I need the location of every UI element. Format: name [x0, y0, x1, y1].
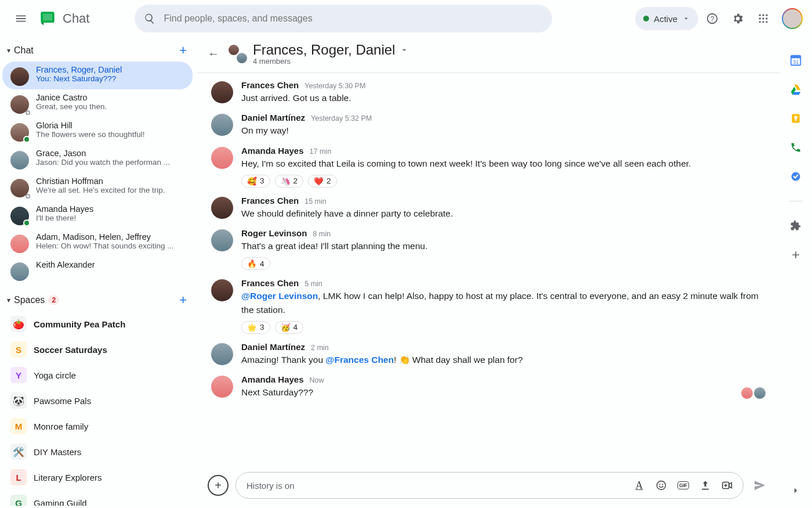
compose-row: + History is on A GIF	[197, 467, 780, 508]
dm-item[interactable]: Amanda HayesI'll be there!	[2, 201, 193, 229]
mention[interactable]: @Roger Levinson	[241, 291, 318, 301]
voice-app-button[interactable]	[789, 140, 803, 154]
reaction-chip[interactable]: 🌟3	[241, 321, 270, 334]
reactions: 🥰3🦄2❤️2	[241, 175, 766, 188]
message-sender: Amanda Hayes	[241, 374, 304, 384]
message-time: 5 min	[304, 280, 322, 288]
chevron-down-icon	[682, 15, 690, 23]
space-item[interactable]: MMonroe family	[2, 413, 193, 439]
conversation-avatar	[227, 44, 248, 64]
reaction-chip[interactable]: ❤️2	[308, 175, 337, 188]
gif-button[interactable]: GIF	[673, 475, 693, 495]
svg-point-5	[762, 15, 764, 16]
addons-button[interactable]	[789, 219, 803, 233]
new-space-button[interactable]: +	[179, 293, 187, 308]
send-button[interactable]	[753, 478, 767, 492]
dm-item[interactable]: Janice CastroGreat, see you then.	[2, 89, 193, 117]
collapse-panel-button[interactable]	[789, 484, 803, 498]
search-icon	[144, 13, 155, 24]
space-item[interactable]: LLiterary Explorers	[2, 464, 193, 490]
dm-preview: You: Next Saturday???	[36, 74, 187, 83]
reaction-emoji: 🥳	[281, 323, 291, 332]
dm-avatar	[10, 123, 29, 142]
presence-indicator	[26, 194, 30, 199]
dm-item[interactable]: Adam, Madison, Helen, JeffreyHelen: Oh w…	[2, 229, 193, 257]
message: Daniel Martínez2 minAmazing! Thank you @…	[211, 337, 766, 370]
space-item[interactable]: 🛠️DIY Masters	[2, 439, 193, 464]
status-selector[interactable]: Active	[635, 7, 698, 30]
space-icon: G	[10, 495, 27, 506]
calendar-app-button[interactable]: 31	[789, 53, 803, 67]
dm-item[interactable]: Grace, JasonJason: Did you watch the per…	[2, 145, 193, 173]
conversation-title[interactable]: Frances, Roger, Daniel	[253, 42, 395, 58]
dm-name: Janice Castro	[36, 93, 187, 102]
mention[interactable]: @Frances Chen	[325, 355, 394, 365]
dm-avatar	[10, 207, 29, 225]
reaction-count: 3	[260, 176, 264, 185]
upload-button[interactable]	[695, 475, 715, 495]
dm-name: Gloria Hill	[36, 121, 187, 130]
space-item[interactable]: 🐼Pawsome Pals	[2, 388, 193, 413]
message-sender: Frances Chen	[241, 278, 299, 288]
space-item[interactable]: 🍅Community Pea Patch	[2, 311, 193, 337]
reaction-emoji: 🦄	[281, 176, 291, 186]
chat-section-header[interactable]: ▾ Chat +	[2, 39, 193, 62]
help-button[interactable]: ?	[701, 7, 724, 30]
apps-button[interactable]	[752, 7, 775, 30]
search-bar[interactable]	[135, 5, 552, 33]
keep-app-button[interactable]	[789, 111, 803, 125]
back-button[interactable]: ←	[204, 45, 223, 63]
message-text: Hey, I'm so excited that Leila is coming…	[241, 157, 766, 170]
reaction-chip[interactable]: 🥳4	[275, 321, 304, 334]
spaces-section-header[interactable]: ▾ Spaces 2 +	[2, 289, 193, 311]
reaction-count: 4	[293, 323, 298, 332]
reaction-chip[interactable]: 🔥4	[241, 257, 270, 270]
gear-icon	[731, 12, 744, 25]
calendar-icon: 31	[789, 54, 802, 67]
message-sender: Frances Chen	[241, 80, 299, 90]
message-time: 15 min	[304, 197, 327, 206]
tasks-app-button[interactable]	[789, 170, 803, 183]
new-chat-button[interactable]: +	[179, 43, 187, 58]
message-time: 2 min	[311, 344, 329, 352]
video-call-button[interactable]	[717, 475, 737, 495]
dm-avatar	[10, 151, 29, 170]
upload-icon	[699, 480, 711, 491]
compose-add-button[interactable]: +	[208, 475, 229, 496]
search-input[interactable]	[162, 13, 543, 24]
reaction-emoji: 🌟	[247, 323, 257, 332]
settings-button[interactable]	[726, 7, 749, 30]
svg-point-7	[759, 17, 761, 19]
message-avatar	[211, 376, 233, 398]
message-avatar	[211, 197, 233, 219]
compose-input[interactable]: History is on A GIF	[235, 472, 744, 499]
reaction-count: 3	[260, 323, 264, 332]
dm-item[interactable]: Gloria HillThe flowers were so thoughtfu…	[2, 117, 193, 145]
space-item[interactable]: GGaming Guild	[2, 490, 193, 506]
space-item[interactable]: YYoga circle	[2, 362, 193, 388]
space-item[interactable]: SSoccer Saturdays	[2, 337, 193, 362]
get-addons-button[interactable]	[789, 248, 803, 262]
side-panel: 31	[780, 37, 812, 508]
spaces-section-title: Spaces	[14, 295, 45, 305]
main-menu-button[interactable]	[9, 7, 32, 30]
dm-item[interactable]: Christian HoffmanWe're all set. He's exc…	[2, 173, 193, 201]
reaction-chip[interactable]: 🥰3	[241, 175, 270, 188]
emoji-button[interactable]	[651, 475, 671, 495]
dm-name: Christian Hoffman	[36, 176, 187, 186]
reaction-chip[interactable]: 🦄2	[275, 175, 304, 188]
drive-app-button[interactable]	[789, 82, 803, 96]
dm-item[interactable]: Frances, Roger, DanielYou: Next Saturday…	[2, 62, 193, 89]
space-icon: S	[10, 341, 27, 358]
tasks-icon	[790, 171, 802, 182]
format-button[interactable]: A	[629, 475, 649, 495]
dm-item[interactable]: Keith Alexander	[2, 257, 193, 284]
presence-indicator	[26, 110, 30, 115]
message-avatar	[211, 343, 233, 365]
video-plus-icon	[721, 479, 734, 492]
status-label: Active	[654, 14, 677, 24]
svg-point-9	[766, 17, 767, 19]
account-avatar[interactable]	[782, 8, 803, 29]
chevron-down-icon[interactable]	[400, 45, 409, 55]
brand-name: Chat	[63, 11, 89, 26]
